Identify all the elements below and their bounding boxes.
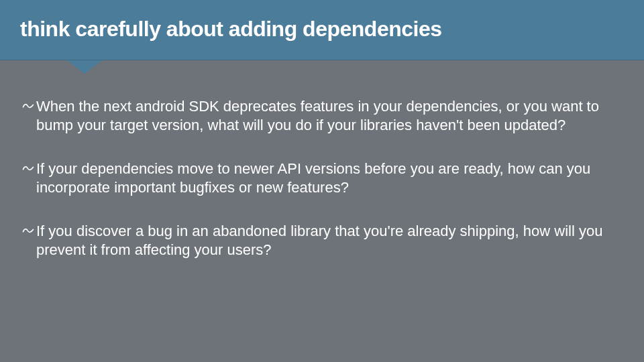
slide-title: think carefully about adding dependencie… [0, 0, 644, 42]
slide-header: think carefully about adding dependencie… [0, 0, 644, 60]
bullet-text: When the next android SDK deprecates fea… [36, 97, 623, 134]
bullet-scribble-icon [21, 99, 35, 114]
bullet-item: When the next android SDK deprecates fea… [21, 97, 623, 134]
bullet-scribble-icon [21, 224, 35, 239]
bullet-item: If your dependencies move to newer API v… [21, 160, 623, 196]
header-notch [67, 60, 102, 74]
bullet-text: If your dependencies move to newer API v… [36, 160, 623, 196]
bullet-scribble-icon [21, 162, 35, 176]
slide-content: When the next android SDK deprecates fea… [0, 60, 644, 259]
bullet-item: If you discover a bug in an abandoned li… [21, 222, 623, 259]
bullet-text: If you discover a bug in an abandoned li… [36, 222, 623, 259]
